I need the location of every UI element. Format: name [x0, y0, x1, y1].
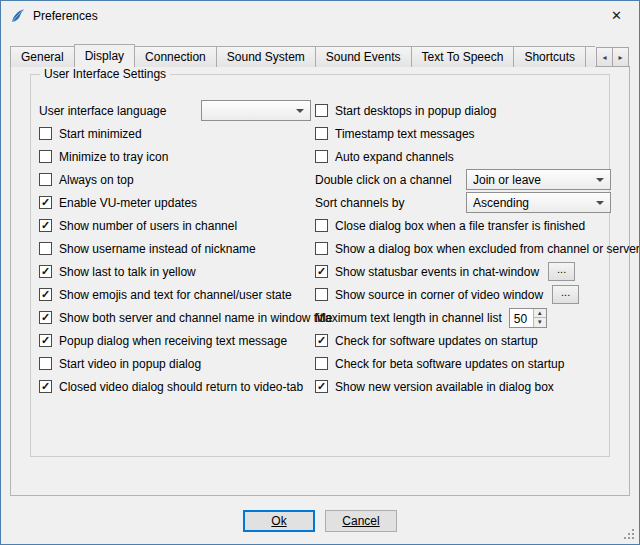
checkbox-box[interactable] [39, 357, 52, 370]
settings-row: ✓Popup dialog when receiving text messag… [39, 329, 311, 352]
settings-row: Minimize to tray icon [39, 145, 311, 168]
tab-sound-events[interactable]: Sound Events [315, 46, 412, 67]
field-label: Double click on a channel [315, 173, 452, 187]
tab-scroll-right-icon[interactable]: ▸ [612, 47, 629, 67]
tab-connection[interactable]: Connection [134, 46, 217, 67]
settings-row: Show a dialog box when excluded from cha… [315, 237, 611, 260]
checkbox-box[interactable]: ✓ [315, 334, 328, 347]
field-label: Maximum text length in channel list [315, 311, 502, 325]
checkbox-start-minimized[interactable]: Start minimized [39, 127, 142, 141]
chevron-down-icon [596, 178, 604, 186]
checkbox-label: Check for beta software updates on start… [335, 357, 564, 371]
close-icon[interactable]: ✕ [594, 1, 639, 30]
spinner-maximum-text-length-in-channel-list[interactable]: 50▴▾ [509, 308, 547, 328]
ok-button[interactable]: Ok [243, 510, 315, 532]
dropdown-double-click-on-a-channel[interactable]: Join or leave [466, 169, 611, 190]
checkbox-show-last-to-talk-in-yellow[interactable]: ✓Show last to talk in yellow [39, 265, 196, 279]
checkbox-label: Close dialog box when a file transfer is… [335, 219, 585, 233]
checkbox-always-on-top[interactable]: Always on top [39, 173, 134, 187]
checkbox-label: Timestamp text messages [335, 127, 475, 141]
settings-row: Check for beta software updates on start… [315, 352, 611, 375]
checkbox-box[interactable] [39, 150, 52, 163]
tab-shortcuts[interactable]: Shortcuts [513, 46, 586, 67]
window-title: Preferences [33, 9, 98, 23]
checkbox-box[interactable] [315, 357, 328, 370]
tab-scroller: ◂ ▸ [597, 47, 629, 67]
field-label: User interface language [39, 104, 166, 118]
checkbox-show-emojis-and-text-for-channel-user-state[interactable]: ✓Show emojis and text for channel/user s… [39, 288, 292, 302]
checkbox-box[interactable]: ✓ [39, 311, 52, 324]
checkbox-box[interactable]: ✓ [39, 196, 52, 209]
spinner-up-icon[interactable]: ▴ [534, 309, 546, 319]
checkbox-check-for-software-updates-on-startup[interactable]: ✓Check for software updates on startup [315, 334, 538, 348]
checkbox-popup-dialog-when-receiving-text-message[interactable]: ✓Popup dialog when receiving text messag… [39, 334, 287, 348]
checkbox-box[interactable]: ✓ [315, 265, 328, 278]
checkbox-label: Show source in corner of video window [335, 288, 543, 302]
tab-general[interactable]: General [10, 46, 75, 67]
tab-text-to-speech[interactable]: Text To Speech [411, 46, 515, 67]
checkbox-auto-expand-channels[interactable]: Auto expand channels [315, 150, 454, 164]
checkbox-minimize-to-tray-icon[interactable]: Minimize to tray icon [39, 150, 168, 164]
checkbox-box[interactable]: ✓ [315, 380, 328, 393]
checkbox-show-both-server-and-channel-name-in-window-title[interactable]: ✓Show both server and channel name in wi… [39, 311, 333, 325]
left-settings-column: User interface language Start minimizedM… [39, 99, 311, 398]
settings-row: ✓Enable VU-meter updates [39, 191, 311, 214]
checkbox-box[interactable] [39, 242, 52, 255]
more-button[interactable]: ... [552, 285, 579, 304]
checkbox-label: Always on top [59, 173, 134, 187]
checkbox-box[interactable] [39, 173, 52, 186]
checkbox-check-for-beta-software-updates-on-startup[interactable]: Check for beta software updates on start… [315, 357, 564, 371]
tab-display[interactable]: Display [74, 44, 135, 67]
checkbox-show-a-dialog-box-when-excluded-from-channel-or-server[interactable]: Show a dialog box when excluded from cha… [315, 242, 640, 256]
checkbox-start-desktops-in-popup-dialog[interactable]: Start desktops in popup dialog [315, 104, 496, 118]
settings-row: ✓Check for software updates on startup [315, 329, 611, 352]
checkbox-box[interactable] [315, 242, 328, 255]
dialog-buttons: Ok Cancel [1, 510, 639, 532]
checkbox-box[interactable]: ✓ [39, 288, 52, 301]
settings-row: Start desktops in popup dialog [315, 99, 611, 122]
checkbox-label: Start minimized [59, 127, 142, 141]
checkbox-box[interactable] [315, 150, 328, 163]
checkbox-enable-vu-meter-updates[interactable]: ✓Enable VU-meter updates [39, 196, 197, 210]
checkbox-close-dialog-box-when-a-file-transfer-is-finished[interactable]: Close dialog box when a file transfer is… [315, 219, 585, 233]
checkbox-show-statusbar-events-in-chat-window[interactable]: ✓Show statusbar events in chat-window [315, 265, 539, 279]
settings-row: Maximum text length in channel list50▴▾ [315, 306, 611, 329]
checkbox-label: Show a dialog box when excluded from cha… [335, 242, 640, 256]
checkbox-show-username-instead-of-nickname[interactable]: Show username instead of nickname [39, 242, 256, 256]
settings-row: Start minimized [39, 122, 311, 145]
checkbox-box[interactable]: ✓ [39, 380, 52, 393]
chevron-down-icon [296, 109, 304, 117]
user-interface-language-dropdown[interactable] [201, 100, 311, 121]
tab-scroll-left-icon[interactable]: ◂ [596, 47, 613, 67]
settings-row: ✓Closed video dialog should return to vi… [39, 375, 311, 398]
checkbox-box[interactable] [39, 127, 52, 140]
checkbox-box[interactable] [315, 288, 328, 301]
checkbox-label: Show both server and channel name in win… [59, 311, 333, 325]
checkbox-box[interactable]: ✓ [39, 219, 52, 232]
checkbox-closed-video-dialog-should-return-to-video-tab[interactable]: ✓Closed video dialog should return to vi… [39, 380, 303, 394]
checkbox-show-number-of-users-in-channel[interactable]: ✓Show number of users in channel [39, 219, 237, 233]
dropdown-sort-channels-by[interactable]: Ascending [466, 192, 611, 213]
resize-grip[interactable] [623, 528, 636, 541]
checkbox-label: Show new version available in dialog box [335, 380, 554, 394]
more-button[interactable]: ... [548, 262, 575, 281]
language-row: User interface language [39, 99, 311, 122]
group-title: User Interface Settings [40, 67, 170, 81]
tab-video[interactable]: Video [585, 46, 595, 67]
checkbox-timestamp-text-messages[interactable]: Timestamp text messages [315, 127, 475, 141]
checkbox-box[interactable] [315, 127, 328, 140]
checkbox-show-source-in-corner-of-video-window[interactable]: Show source in corner of video window [315, 288, 543, 302]
cancel-button[interactable]: Cancel [325, 510, 397, 532]
tab-sound-system[interactable]: Sound System [216, 46, 316, 67]
checkbox-start-video-in-popup-dialog[interactable]: Start video in popup dialog [39, 357, 201, 371]
spinner-down-icon[interactable]: ▾ [534, 318, 546, 327]
checkbox-label: Show statusbar events in chat-window [335, 265, 539, 279]
checkbox-box[interactable] [315, 219, 328, 232]
app-feather-icon [10, 8, 26, 24]
checkbox-box[interactable]: ✓ [39, 265, 52, 278]
checkbox-show-new-version-available-in-dialog-box[interactable]: ✓Show new version available in dialog bo… [315, 380, 554, 394]
checkbox-box[interactable]: ✓ [39, 334, 52, 347]
checkbox-box[interactable] [315, 104, 328, 117]
field-label: Sort channels by [315, 196, 404, 210]
settings-row: Show source in corner of video window... [315, 283, 611, 306]
